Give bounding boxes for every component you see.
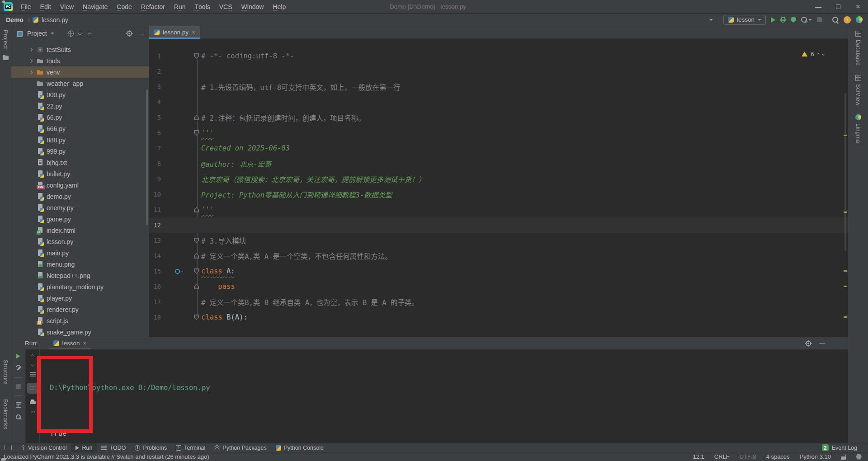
next-warning-icon[interactable] [822, 53, 825, 56]
toolstripe-structure[interactable]: Structure [2, 360, 9, 385]
toolwindow-button-version-control[interactable]: Version Control [15, 443, 71, 452]
toolwindow-button-run[interactable]: Run [71, 443, 97, 452]
tree-item-666-py[interactable]: 666.py [11, 123, 149, 134]
toolstripe-bookmarks[interactable]: Bookmarks [2, 399, 9, 429]
indent-widget[interactable]: 4 spaces [766, 453, 790, 460]
editor-line-11[interactable]: 11''' [149, 202, 848, 217]
minimize-button[interactable]: — [808, 0, 828, 13]
fold-open-icon[interactable] [194, 53, 199, 59]
interpreter-widget[interactable]: Python 3.10 [800, 453, 831, 460]
editor-line-15[interactable]: 15class A: [149, 263, 848, 279]
menu-help[interactable]: Help [268, 0, 290, 13]
scroll-to-end-button[interactable] [27, 383, 38, 394]
tree-item-bjhg-txt[interactable]: bjhg.txt [11, 157, 149, 168]
tree-item-snake-game-py[interactable]: snake_game.py [11, 326, 149, 337]
warning-stripe-mark[interactable] [844, 286, 847, 287]
toolwindow-button-todo[interactable]: TODO [97, 443, 130, 452]
tree-item-tools[interactable]: tools [11, 55, 149, 66]
tree-item-main-py[interactable]: main.py [11, 247, 149, 259]
tree-item-enemy-py[interactable]: enemy.py [11, 202, 149, 213]
tree-item-weather-app[interactable]: weather_app [11, 78, 149, 89]
editor-line-13[interactable]: 13# 3.导入模块 [149, 233, 848, 248]
maximize-button[interactable] [828, 0, 848, 13]
tree-item-config-yaml[interactable]: config.yaml [11, 179, 149, 191]
toolwindow-button-python-console[interactable]: Python Console [271, 443, 328, 452]
tree-item-bullet-py[interactable]: bullet.py [11, 168, 149, 179]
search-everywhere-button[interactable] [832, 17, 839, 23]
toolwindow-button-terminal[interactable]: Terminal [171, 443, 210, 452]
tree-scrollbar[interactable] [146, 89, 148, 225]
collapse-all-button[interactable] [87, 31, 93, 37]
menu-run[interactable]: Run [170, 0, 190, 13]
menu-edit[interactable]: Edit [36, 0, 56, 13]
caret-position-widget[interactable]: 12:1 [693, 453, 704, 460]
breadcrumb-file[interactable]: lesson.py [42, 16, 68, 24]
run-console[interactable]: D:\Python\python.exe D:/Demo/lesson.py T… [40, 349, 848, 443]
editor-line-18[interactable]: 18class B(A): [149, 310, 848, 325]
toolstripe-project[interactable]: Project [2, 30, 9, 60]
rerun-button[interactable] [16, 354, 20, 358]
editor-line-9[interactable]: 9北京宏哥（微信搜索：北京宏哥，关注宏哥，提前解锁更多测试干货！） [149, 171, 848, 187]
tree-item-66-py[interactable]: 66.py [11, 112, 149, 123]
toolstripe-sciview[interactable]: SciView [855, 75, 861, 106]
expand-chevron-icon[interactable] [29, 70, 33, 74]
menu-code[interactable]: Code [112, 0, 136, 13]
editor-body[interactable]: 1# -*- coding:utf-8 -*-23# 1.先设置编码，utf-8… [149, 39, 848, 337]
breadcrumb-project[interactable]: Demo [6, 16, 24, 24]
restore-layout-button[interactable] [16, 402, 21, 408]
warning-stripe-mark[interactable] [844, 212, 847, 213]
fold-open-icon[interactable] [194, 238, 199, 243]
ai-assistant-button[interactable] [856, 16, 863, 23]
menu-refactor[interactable]: Refactor [137, 0, 170, 13]
editor-line-6[interactable]: 6''' [149, 125, 848, 141]
editor-line-3[interactable]: 3# 1.先设置编码，utf-8可支持中英文，如上，一般放在第一行 [149, 79, 848, 94]
debug-button[interactable] [780, 17, 786, 23]
editor-line-1[interactable]: 1# -*- coding:utf-8 -*- [149, 48, 848, 64]
menu-file[interactable]: File [16, 0, 36, 13]
event-log-button[interactable]: 2 Event Log [822, 443, 868, 452]
line-separator-widget[interactable]: CRLF [714, 453, 730, 460]
tree-item-renderer-py[interactable]: renderer.py [11, 304, 149, 315]
tree-item-index-html[interactable]: index.html [11, 225, 149, 236]
editor-line-10[interactable]: 10Project: Python零基础从入门到精通详细教程3-数据类型 [149, 187, 848, 202]
close-button[interactable]: × [848, 0, 868, 13]
hide-run-panel-button[interactable]: — [819, 340, 825, 347]
tree-item-22-py[interactable]: 22.py [11, 100, 149, 112]
fold-open-icon[interactable] [194, 315, 199, 320]
unlock-icon[interactable] [841, 454, 846, 460]
status-message[interactable]: Localized PyCharm 2021.3.3 is available … [0, 453, 209, 460]
tree-item-000-py[interactable]: 000.py [11, 89, 149, 100]
menu-vcs[interactable]: VCS [215, 0, 237, 13]
close-tab-icon[interactable]: × [192, 29, 195, 36]
clear-all-button[interactable] [31, 411, 35, 413]
fold-close-icon[interactable] [194, 253, 199, 259]
inspections-widget[interactable]: 6 [802, 51, 824, 57]
tree-item-999-py[interactable]: 999.py [11, 146, 149, 157]
run-tab-lesson[interactable]: lesson × [49, 337, 91, 349]
menu-tools[interactable]: Tools [190, 0, 215, 13]
tree-item-demo-py[interactable]: demo.py [11, 191, 149, 202]
stop-process-button[interactable] [16, 384, 21, 389]
fold-close-icon[interactable] [194, 284, 199, 289]
fold-close-icon[interactable] [194, 207, 199, 212]
prev-warning-icon[interactable] [817, 53, 820, 56]
toolwindow-button-problems[interactable]: Problems [130, 443, 171, 452]
fold-open-icon[interactable] [194, 268, 199, 274]
coverage-button[interactable] [791, 17, 796, 23]
edit-configuration-button[interactable] [15, 365, 22, 371]
editor-line-14[interactable]: 14# 定义一个类A,类 A 是一个空类，不包含任何属性和方法。 [149, 248, 848, 263]
tree-item-player-py[interactable]: player.py [11, 292, 149, 304]
menu-navigate[interactable]: Navigate [78, 0, 112, 13]
toolstripe-database[interactable]: Database [855, 31, 861, 66]
editor-line-2[interactable]: 2 [149, 64, 848, 79]
warning-stripe-mark[interactable] [844, 270, 847, 272]
run-config-select[interactable]: lesson [723, 15, 766, 25]
print-button[interactable] [30, 400, 36, 405]
inspection-profile-icon[interactable] [856, 454, 862, 460]
expand-all-button[interactable] [77, 31, 83, 37]
locate-file-button[interactable] [68, 31, 74, 37]
menu-window[interactable]: Window [237, 0, 269, 13]
expand-chevron-icon[interactable] [29, 59, 33, 62]
chevron-down-icon[interactable] [51, 33, 54, 34]
tree-item-venv[interactable]: venv [11, 66, 149, 78]
